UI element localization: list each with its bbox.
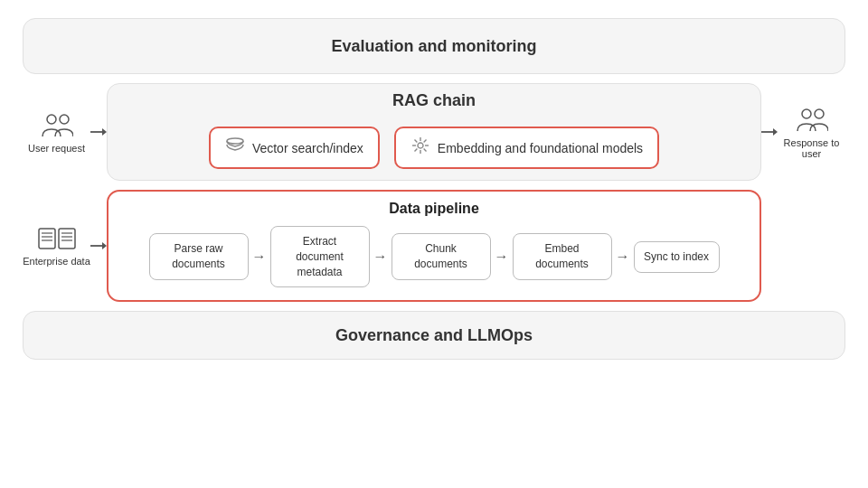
diagram: Evaluation and monitoring User request R… (14, 9, 854, 479)
user-icon (41, 111, 73, 140)
svg-line-13 (414, 149, 417, 152)
embedding-box: Embedding and foundational models (394, 127, 659, 169)
step-extract: Extract document metadata (270, 226, 370, 287)
rag-response-arrow (761, 83, 778, 181)
pipeline-steps: Parse raw documents → Extract document m… (121, 226, 747, 287)
response-area: Response to user (778, 83, 845, 181)
user-request-area: User request (23, 83, 90, 181)
step-arrow-3: → (495, 249, 509, 265)
svg-rect-20 (39, 229, 55, 249)
sparkle-icon (410, 136, 430, 155)
pipeline-box: Data pipeline Parse raw documents → Extr… (107, 190, 761, 302)
svg-point-18 (802, 109, 811, 118)
vector-search-label: Vector search/index (252, 141, 363, 155)
step-parse: Parse raw documents (149, 233, 249, 280)
gov-box: Governance and LLMOps (23, 311, 845, 360)
gov-label: Governance and LLMOps (335, 326, 533, 345)
svg-line-11 (423, 149, 426, 152)
rag-row: User request RAG chain (23, 83, 845, 181)
response-label: Response to user (778, 137, 845, 159)
eval-label: Evaluation and monitoring (331, 37, 536, 56)
enterprise-area: Enterprise data (23, 225, 90, 267)
rag-sub-row: Vector search/index (118, 127, 750, 169)
layers-icon (225, 136, 245, 155)
embedding-label: Embedding and foundational models (438, 141, 643, 155)
pipeline-title: Data pipeline (121, 201, 747, 217)
rag-title: RAG chain (392, 91, 476, 110)
enterprise-to-pipeline-arrow (90, 240, 107, 251)
user-request-label: User request (28, 143, 85, 154)
step-arrow-1: → (252, 249, 267, 265)
step-arrow-4: → (616, 249, 630, 265)
rag-box: RAG chain Vector search/index (107, 83, 761, 181)
step-sync: Sync to index (634, 241, 720, 273)
eval-box: Evaluation and monitoring (23, 18, 845, 74)
svg-line-12 (423, 140, 426, 143)
vector-search-box: Vector search/index (209, 127, 380, 169)
step-embed: Embed documents (513, 233, 612, 280)
step-arrow-2: → (373, 249, 388, 265)
svg-point-19 (815, 109, 824, 118)
user-to-rag-arrow (90, 127, 107, 137)
svg-point-0 (47, 115, 56, 124)
svg-point-1 (60, 115, 69, 124)
response-icon (796, 106, 828, 135)
embedding-icon (410, 136, 430, 160)
vector-icon (225, 136, 245, 160)
enterprise-label: Enterprise data (23, 256, 90, 267)
svg-line-10 (414, 140, 417, 143)
svg-rect-24 (59, 229, 75, 249)
step-chunk: Chunk documents (392, 233, 491, 280)
enterprise-icon (37, 225, 77, 252)
pipeline-row: Enterprise data Data pipeline Parse raw … (23, 190, 845, 302)
enterprise-arrow (90, 240, 107, 251)
svg-point-4 (227, 138, 243, 144)
rag-to-response-arrow (761, 127, 778, 137)
user-arrow (90, 83, 107, 181)
svg-point-5 (418, 143, 423, 148)
